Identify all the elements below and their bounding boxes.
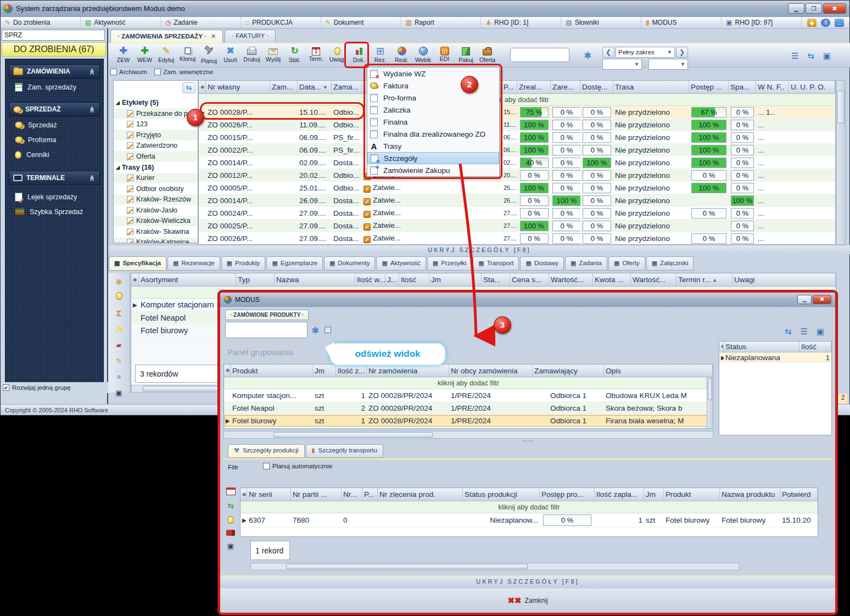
sidebar-item-sprzedaz[interactable]: Sprzedaż (5, 117, 103, 132)
tree-item[interactable]: Kraków-Jasło (114, 205, 198, 216)
sidebar-item-cenniki[interactable]: Cenniki (5, 147, 103, 162)
sidebar-item-proforma[interactable]: Proforma (5, 132, 103, 147)
spec-grid-header[interactable]: ✱ Asortyment Typ Nazwa Ilość w... J... I… (131, 273, 836, 287)
col-jm[interactable]: Jm (644, 488, 664, 501)
tree-item[interactable]: Kraków-Katowice (114, 237, 198, 244)
list-view-icon[interactable]: ☰ (791, 51, 798, 61)
order-row[interactable]: ZO 00015/P... 06.09.... PS_fir... ✔ 06..… (199, 131, 835, 144)
col-status-produkcji[interactable]: Status produkcji (463, 488, 540, 501)
modal-tab-zamowione-produkty[interactable]: · ZAMÓWIONE PRODUKTY · (225, 310, 309, 320)
help-icon[interactable]: ? (821, 19, 830, 27)
menu-modus[interactable]: ▮MODUS (641, 17, 722, 28)
col-data[interactable]: Data...▼ (298, 81, 332, 93)
modal-hide-details-bar[interactable]: UKRYJ SZCZEGÓŁY [F8] (220, 575, 835, 586)
col-ilosc-w[interactable]: Ilość w... (355, 273, 385, 286)
order-row[interactable]: ZO 00012/P... 20.02.... Odbio... ✔Zatwie… (199, 169, 835, 182)
col-nr-obcy[interactable]: Nr obcy zamówienia (449, 365, 533, 377)
tree-item[interactable]: Oferta (114, 151, 198, 162)
col-jm[interactable]: Jm (429, 273, 482, 286)
tree-item[interactable]: Kurier (114, 173, 198, 184)
col-wartosc1[interactable]: Wartość... (549, 273, 593, 286)
modal-minimize-button[interactable]: ▁ (797, 295, 812, 304)
order-row[interactable]: ZO 00024/P... 27.09.... Dosta... ✔Zatwie… (199, 207, 835, 220)
uwagi-button[interactable]: Uwagi (327, 45, 348, 63)
prev-range-icon[interactable]: ❮ (602, 47, 614, 58)
col-nr[interactable]: Nr... (342, 488, 362, 501)
real-button[interactable]: Real. (391, 45, 412, 63)
modal-checkbox[interactable] (325, 327, 331, 333)
col-doste[interactable]: Dostę... (580, 81, 613, 93)
sidebar-search-input[interactable] (2, 30, 105, 41)
oferta-button[interactable]: Oferta (477, 45, 498, 63)
splitter-handle[interactable]: •••• (522, 438, 534, 444)
modal-search-input[interactable] (225, 322, 307, 338)
sidebar-item-lejek[interactable]: Lejek sprzedaży (5, 189, 103, 204)
product-row[interactable]: Fotel Neapol szt 2 ZO 00028/PR/2024 1/PR… (224, 402, 713, 415)
zam-wewnetrzne-checkbox[interactable]: Zam. wewnętrzne (154, 69, 213, 75)
col-wartosc2[interactable]: Wartość... (631, 273, 676, 286)
tree-item[interactable]: Kraków- Skawina (114, 226, 198, 237)
sidebar-group-zamowienia[interactable]: ZAMÓWIENIA≪ (9, 64, 100, 79)
sidebar-group-terminale[interactable]: TERMINALE≪ (9, 171, 100, 185)
dok-button[interactable]: Dok. (348, 45, 370, 63)
expand-one-group[interactable]: ✔Rozwijaj jedną grupę (1, 382, 108, 393)
refresh-icon[interactable]: ⇆ (807, 51, 814, 61)
detail-tab[interactable]: ▦Załączniki (646, 256, 694, 271)
orders-vscrollbar[interactable] (836, 80, 846, 245)
menu-pro-forma[interactable]: Pro-forma (367, 92, 499, 104)
col-nr-serii[interactable]: Nr serii (247, 488, 291, 501)
truck-icon[interactable] (226, 530, 235, 536)
col-nr-zlecenia[interactable]: Nr zlecenia prod. (378, 488, 463, 501)
order-row[interactable]: ZO 00026/P... 27.09.... Dosta... ✔Zatwie… (199, 232, 835, 245)
order-row[interactable]: ZO 00005/P... 25.01.... Odbio... ✔Zatwie… (199, 182, 835, 194)
detail-tab[interactable]: ▦Egzemplarze (266, 256, 323, 271)
tree-group-etykiety[interactable]: ◢Etykiety (5) (114, 97, 198, 108)
detail-tab[interactable]: ▦Dostawy (520, 256, 564, 271)
col-p[interactable]: P... (362, 488, 378, 501)
restore-button[interactable]: ❐ (806, 3, 822, 14)
field-chooser-icon[interactable]: ▣ (114, 388, 125, 399)
production-row[interactable]: ▶ 6307 7680 0 Niezaplanow... 0 % 1 szt F… (241, 513, 818, 528)
col-jm[interactable]: Jm (313, 365, 336, 377)
calendar-icon[interactable] (226, 488, 236, 495)
filter-row[interactable]: kliknij aby dodać filtr (199, 94, 835, 106)
detail-tab[interactable]: ▦Przesyłki (427, 256, 472, 271)
filter-dropdown-1[interactable]: ▼ (602, 59, 642, 70)
production-filter-row[interactable]: kliknij aby dodać filtr (241, 501, 818, 513)
production-hscrollbar[interactable] (250, 563, 739, 570)
col-asortyment[interactable]: Asortyment (139, 273, 236, 286)
detail-tab[interactable]: ▦Rezerwacje (167, 256, 220, 271)
term-button[interactable]: 1Term. (305, 45, 327, 62)
menu-trasy[interactable]: ATrasy (367, 140, 499, 152)
col-typ[interactable]: Typ (236, 273, 275, 286)
col-opis[interactable]: Opis (604, 365, 713, 377)
products-vscrollbar[interactable] (707, 377, 713, 429)
detail-tab[interactable]: ▦Oferty (608, 256, 645, 271)
order-row[interactable]: ZO 00026/P... 11.09.... Odbio... ✔ 11...… (199, 119, 835, 131)
products-hscrollbar[interactable] (223, 431, 713, 439)
order-row[interactable]: ZO 00014/P... 02.09.... Dosta... ✔ 02...… (199, 156, 835, 169)
wew-button[interactable]: ✚WEW (134, 45, 155, 63)
menu-faktura[interactable]: Faktura (367, 80, 499, 92)
collapse-icon[interactable]: ≪ (89, 68, 96, 75)
col-zama[interactable]: Zama... (332, 81, 362, 93)
menu-do-zrobienia[interactable]: ✎Do zrobienia (1, 17, 81, 28)
paint-icon[interactable]: ◆ (807, 19, 817, 27)
tree-item[interactable]: 123 (114, 119, 198, 130)
menu-produkcja[interactable]: ⌂PRODUKCJA (241, 17, 321, 28)
range-dropdown[interactable]: Pełny zakres▼ (616, 47, 675, 58)
detail-tab[interactable]: ▦Zadania (565, 256, 607, 271)
tree-refresh-icon[interactable]: ⇆ (182, 82, 195, 93)
planuj-button[interactable]: Planuj (198, 45, 220, 64)
coins-icon[interactable]: ◉ (114, 276, 125, 287)
menu-slowniki[interactable]: ▤Słowniki (561, 17, 641, 28)
edi-button[interactable]: )))EDI (434, 45, 455, 62)
todo-header[interactable]: DO ZROBIENIA (67) (2, 42, 106, 57)
menu-finalna-zo[interactable]: Finalna dla zrealizowanego ZO (367, 128, 499, 140)
next-range-icon[interactable]: ❯ (676, 47, 688, 58)
col-p[interactable]: P... (502, 81, 517, 93)
zamknij-button[interactable]: Zamknij (525, 597, 548, 604)
tree-item[interactable]: Przekazane do pro (114, 108, 198, 119)
col-nazwa-produktu[interactable]: Nazwa produktu (720, 488, 780, 501)
col-wnf[interactable]: W N. F.. (756, 81, 789, 93)
